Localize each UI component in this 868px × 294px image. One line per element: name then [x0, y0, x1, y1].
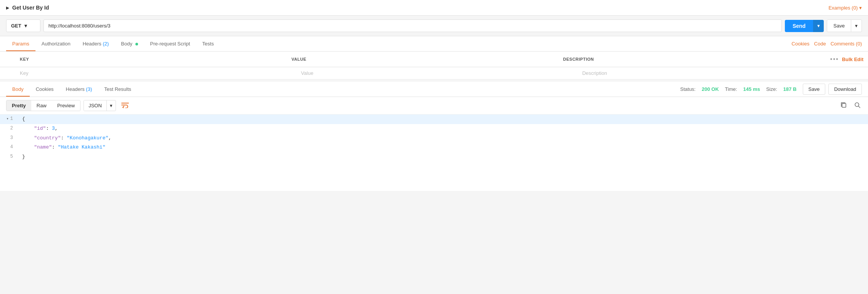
- request-tabs-section: Params Authorization Headers (2) Body Pr…: [0, 36, 868, 52]
- examples-label: Examples (0): [828, 5, 858, 11]
- more-options-icon[interactable]: •••: [830, 56, 839, 63]
- size-value: 187 B: [783, 86, 797, 92]
- bulk-edit-button[interactable]: Bulk Edit: [842, 57, 863, 62]
- url-input[interactable]: [43, 19, 782, 32]
- response-tabs-row: Body Cookies Headers (3) Test Results St…: [0, 82, 868, 97]
- response-save-button[interactable]: Save: [803, 84, 826, 95]
- send-dropdown-button[interactable]: ▾: [813, 20, 824, 32]
- collapse-arrow[interactable]: ▶: [6, 6, 9, 10]
- params-row: [0, 67, 868, 79]
- tab-test-results[interactable]: Test Results: [98, 82, 137, 97]
- response-tabs-section: Body Cookies Headers (3) Test Results St…: [0, 82, 868, 97]
- tabs-right: Cookies Code Comments (0): [792, 41, 862, 47]
- method-label: GET: [11, 23, 21, 29]
- cookies-link[interactable]: Cookies: [792, 41, 810, 47]
- tab-headers[interactable]: Headers (2): [77, 36, 115, 51]
- tab-pre-request[interactable]: Pre-request Script: [144, 36, 196, 51]
- tab-params[interactable]: Params: [6, 36, 35, 51]
- search-icon[interactable]: [853, 100, 862, 111]
- json-dropdown-icon[interactable]: ▾: [106, 100, 116, 111]
- copy-icon[interactable]: [839, 100, 848, 111]
- wrap-button[interactable]: [119, 100, 131, 111]
- code-line-5: 5 }: [0, 152, 868, 162]
- line-num-5: 5: [0, 153, 19, 160]
- code-line-1: ▾ 1 {: [0, 115, 868, 124]
- comments-link[interactable]: Comments (0): [831, 41, 862, 47]
- key-cell[interactable]: [15, 67, 296, 79]
- line-num-4: 4: [0, 144, 19, 151]
- description-header: DESCRIPTION: [559, 55, 830, 64]
- response-status: Status: 200 OK Time: 145 ms Size: 187 B: [680, 86, 797, 92]
- response-download-button[interactable]: Download: [828, 84, 862, 95]
- key-header: KEY: [15, 55, 287, 64]
- headers-badge: (2): [103, 41, 109, 47]
- code-line-4: 4 "name": "Hatake Kakashi": [0, 143, 868, 152]
- line-num-3: 3: [0, 134, 19, 142]
- description-input[interactable]: [582, 70, 854, 76]
- send-button[interactable]: Send: [785, 20, 813, 32]
- preview-button[interactable]: Preview: [52, 100, 80, 111]
- save-group: Save ▾: [827, 19, 862, 32]
- status-value: 200 OK: [702, 86, 719, 92]
- tab-cookies-response[interactable]: Cookies: [30, 82, 60, 97]
- response-actions: Save Download: [803, 84, 862, 95]
- code-line-3: 3 "country": "Konohagakure",: [0, 134, 868, 143]
- line-num-2: 2: [0, 125, 19, 132]
- examples-dropdown-icon: ▾: [859, 5, 862, 11]
- tab-body[interactable]: Body: [115, 36, 144, 51]
- top-bar: ▶ Get User By Id Examples (0) ▾: [0, 0, 868, 16]
- view-format-group: Pretty Raw Preview: [6, 100, 80, 111]
- params-table: KEY VALUE DESCRIPTION ••• Bulk Edit: [0, 52, 868, 79]
- tab-body-response[interactable]: Body: [6, 82, 30, 97]
- svg-rect-0: [842, 103, 846, 107]
- svg-line-2: [858, 106, 860, 108]
- code-line-2: 2 "id": 3,: [0, 124, 868, 134]
- raw-button[interactable]: Raw: [31, 100, 52, 111]
- params-header: KEY VALUE DESCRIPTION ••• Bulk Edit: [0, 52, 868, 67]
- value-header: VALUE: [287, 55, 558, 64]
- value-cell[interactable]: [296, 67, 577, 79]
- line-num-1: ▾ 1: [0, 115, 19, 123]
- checkbox-col: [0, 55, 15, 64]
- method-select[interactable]: GET ▾: [6, 19, 40, 32]
- request-tabs-row: Params Authorization Headers (2) Body Pr…: [0, 36, 868, 51]
- tab-authorization[interactable]: Authorization: [35, 36, 77, 51]
- body-dot: [135, 43, 138, 45]
- key-input[interactable]: [20, 70, 292, 76]
- format-right: [839, 100, 862, 111]
- save-button[interactable]: Save: [827, 19, 851, 32]
- row-actions: [859, 67, 868, 79]
- params-header-actions: ••• Bulk Edit: [830, 55, 868, 64]
- examples-button[interactable]: Examples (0) ▾: [828, 5, 862, 11]
- request-title: ▶ Get User By Id: [6, 5, 49, 11]
- time-value: 145 ms: [743, 86, 760, 92]
- request-bar: GET ▾ Send ▾ Save ▾: [0, 16, 868, 36]
- code-area: ▾ 1 { 2 "id": 3, 3 "country": "Konohagak…: [0, 115, 868, 191]
- json-label: JSON: [84, 100, 106, 111]
- method-dropdown-icon: ▾: [24, 23, 27, 29]
- title-text: Get User By Id: [12, 5, 49, 11]
- row-checkbox: [0, 67, 15, 79]
- response-headers-badge: (3): [86, 86, 92, 92]
- tab-headers-response[interactable]: Headers (3): [60, 82, 98, 97]
- time-label: Time:: [725, 86, 737, 92]
- status-label: Status:: [680, 86, 696, 92]
- description-cell[interactable]: [578, 67, 859, 79]
- json-format-group: JSON ▾: [84, 100, 116, 111]
- value-input[interactable]: [301, 70, 573, 76]
- code-link[interactable]: Code: [814, 41, 826, 47]
- send-group: Send ▾: [785, 20, 824, 32]
- format-bar: Pretty Raw Preview JSON ▾: [0, 97, 868, 115]
- save-dropdown-button[interactable]: ▾: [851, 19, 862, 32]
- pretty-button[interactable]: Pretty: [6, 100, 31, 111]
- size-label: Size:: [766, 86, 777, 92]
- tab-tests[interactable]: Tests: [196, 36, 220, 51]
- line-arrow-1[interactable]: ▾: [6, 116, 9, 122]
